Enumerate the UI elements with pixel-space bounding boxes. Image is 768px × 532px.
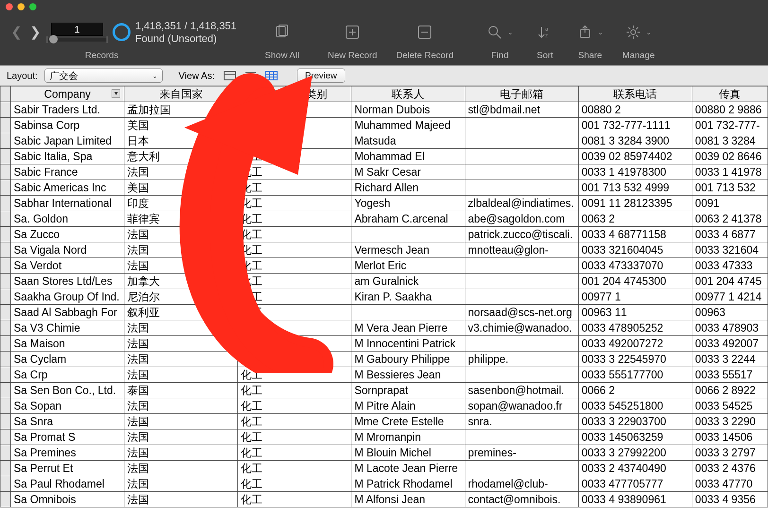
cell[interactable]: M Bessieres Jean: [351, 367, 465, 383]
cell[interactable]: Kiran P. Saakha: [351, 289, 465, 305]
cell[interactable]: 化工: [238, 383, 351, 398]
cell[interactable]: 泰国: [124, 383, 238, 398]
cell[interactable]: 化工: [238, 164, 351, 180]
cell[interactable]: 化工: [238, 414, 351, 429]
cell[interactable]: [465, 118, 578, 133]
cell[interactable]: 0091: [692, 196, 768, 211]
share-icon[interactable]: [577, 24, 593, 40]
cell[interactable]: 0033 492007: [692, 336, 768, 352]
row-gutter[interactable]: [0, 352, 11, 367]
cell[interactable]: 00880 2: [578, 102, 692, 118]
cell[interactable]: 0039 02 8646: [692, 149, 768, 164]
cell[interactable]: Muhammed Majeed: [351, 118, 465, 133]
view-form-button[interactable]: [220, 69, 239, 83]
cell[interactable]: 加拿大: [124, 274, 238, 289]
cell[interactable]: 化工: [238, 289, 351, 305]
cell[interactable]: 意大利: [124, 149, 238, 164]
manage-icon[interactable]: [625, 24, 641, 40]
cell[interactable]: Sabic Americas Inc: [11, 180, 124, 196]
cell[interactable]: Sa Promat S: [11, 429, 124, 445]
col-phone[interactable]: 联系电话: [578, 86, 692, 102]
cell[interactable]: M Alfonsi Jean: [351, 492, 465, 507]
col-email[interactable]: 电子邮箱: [465, 86, 578, 102]
cell[interactable]: Sa Zucco: [11, 227, 124, 242]
cell[interactable]: Sabic France: [11, 164, 124, 180]
cell[interactable]: 0033 3 2290: [692, 414, 768, 429]
prev-record-button[interactable]: ❮: [9, 26, 23, 39]
cell[interactable]: 日本: [124, 133, 238, 149]
preview-button[interactable]: Preview: [297, 69, 345, 83]
showall-icon[interactable]: [274, 24, 290, 40]
table-row[interactable]: Sa Sen Bon Co., Ltd.泰国化工Sornprapat sasen…: [0, 383, 768, 398]
cell[interactable]: 0033 3 27992200: [578, 445, 692, 461]
cell[interactable]: [465, 149, 578, 164]
cell[interactable]: 0039 02 85974402: [578, 149, 692, 164]
table-row[interactable]: Saakha Group Of Ind.尼泊尔化工Kiran P. Saakha…: [0, 289, 768, 305]
cell[interactable]: Mme Crete Estelle: [351, 414, 465, 429]
find-menu-chevron-icon[interactable]: ⌄: [507, 28, 513, 36]
pie-icon[interactable]: [113, 23, 131, 41]
cell[interactable]: 孟加拉国: [124, 102, 238, 118]
delete-record-icon[interactable]: [417, 24, 433, 40]
cell[interactable]: [465, 429, 578, 445]
row-gutter[interactable]: [0, 367, 11, 383]
cell[interactable]: 0063 2: [578, 211, 692, 227]
cell[interactable]: 化工: [238, 445, 351, 461]
cell[interactable]: Sornprapat: [351, 383, 465, 398]
cell[interactable]: 0033 555177700: [578, 367, 692, 383]
cell[interactable]: 00977 1: [578, 289, 692, 305]
cell[interactable]: 0033 1 41978: [692, 164, 768, 180]
cell[interactable]: stl@bdmail.net: [465, 102, 578, 118]
cell[interactable]: 0033 3 22545970: [578, 352, 692, 367]
cell[interactable]: norsaad@scs-net.org: [465, 305, 578, 320]
cell[interactable]: Matsuda: [351, 133, 465, 149]
cell[interactable]: 化工: [238, 367, 351, 383]
next-record-button[interactable]: ❯: [28, 26, 42, 39]
cell[interactable]: 法国: [124, 242, 238, 258]
cell[interactable]: [465, 180, 578, 196]
cell[interactable]: Sa. Goldon: [11, 211, 124, 227]
cell[interactable]: Sa Sen Bon Co., Ltd.: [11, 383, 124, 398]
col-fax[interactable]: 传真: [692, 86, 768, 102]
cell[interactable]: [465, 133, 578, 149]
cell[interactable]: 001 713 532 4999: [578, 180, 692, 196]
row-gutter[interactable]: [0, 492, 11, 507]
cell[interactable]: [465, 289, 578, 305]
cell[interactable]: Sa Verdot: [11, 258, 124, 274]
cell[interactable]: contact@omnibois.: [465, 492, 578, 507]
cell[interactable]: 0033 321604045: [578, 242, 692, 258]
cell[interactable]: rhodamel@club-: [465, 476, 578, 492]
cell[interactable]: 化工: [238, 336, 351, 352]
cell[interactable]: [465, 461, 578, 476]
cell[interactable]: 法国: [124, 492, 238, 507]
cell[interactable]: 001 204 4745300: [578, 274, 692, 289]
cell[interactable]: 化工: [238, 242, 351, 258]
table-row[interactable]: Sa Promat S法国化工M Mromanpin0033 145063259…: [0, 429, 768, 445]
cell[interactable]: am Guralnick: [351, 274, 465, 289]
layout-dropdown[interactable]: 广交会 ⌄: [44, 69, 163, 83]
table-row[interactable]: Sa. Goldon菲律宾化工Abraham C.arcenalabe@sago…: [0, 211, 768, 227]
cell[interactable]: 0081 3 3284: [692, 133, 768, 149]
cell[interactable]: M Lacote Jean Pierre: [351, 461, 465, 476]
cell[interactable]: M Mromanpin: [351, 429, 465, 445]
row-gutter[interactable]: [0, 289, 11, 305]
cell[interactable]: 化工: [238, 133, 351, 149]
find-icon[interactable]: [487, 24, 503, 40]
table-row[interactable]: Sa Maison法国化工M Innocentini Patrick0033 4…: [0, 336, 768, 352]
cell[interactable]: 化工: [238, 476, 351, 492]
cell[interactable]: Norman Dubois: [351, 102, 465, 118]
cell[interactable]: 0033 478903: [692, 320, 768, 336]
cell[interactable]: mnotteau@glon-: [465, 242, 578, 258]
cell[interactable]: 0033 1 41978300: [578, 164, 692, 180]
table-row[interactable]: Sa Cyclam法国化工M Gaboury Philippe philippe…: [0, 352, 768, 367]
cell[interactable]: 0033 14506: [692, 429, 768, 445]
cell[interactable]: 0033 477705777: [578, 476, 692, 492]
row-gutter[interactable]: [0, 336, 11, 352]
new-record-icon[interactable]: [344, 24, 360, 40]
cell[interactable]: 0033 2 43740490: [578, 461, 692, 476]
cell[interactable]: Sabir Traders Ltd.: [11, 102, 124, 118]
cell[interactable]: 尼泊尔: [124, 289, 238, 305]
row-gutter[interactable]: [0, 414, 11, 429]
row-gutter[interactable]: [0, 118, 11, 133]
row-gutter[interactable]: [0, 445, 11, 461]
